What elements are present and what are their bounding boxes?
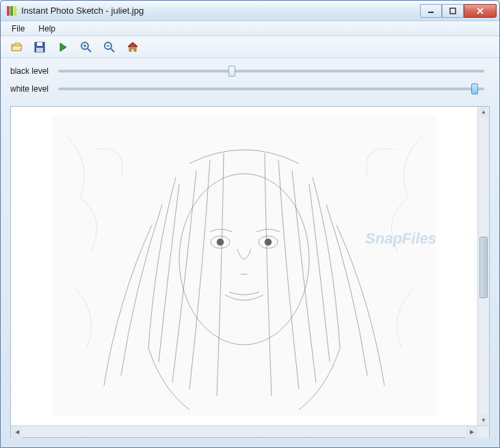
menubar: File Help	[1, 21, 499, 36]
save-button[interactable]	[32, 40, 47, 55]
content-area: SnapFiles ▲ ▼ ◀ ▶	[10, 106, 490, 438]
white-level-row: white level	[10, 80, 490, 98]
svg-rect-1	[10, 6, 13, 16]
zoom-in-button[interactable]	[79, 40, 94, 55]
vertical-scrollbar[interactable]: ▲ ▼	[477, 107, 489, 425]
titlebar[interactable]: Instant Photo Sketch - juliet.jpg	[1, 1, 499, 21]
slider-panel: black level white level	[1, 58, 499, 99]
horizontal-scroll-track[interactable]	[23, 426, 466, 437]
black-level-label: black level	[10, 66, 53, 76]
menu-help[interactable]: Help	[33, 23, 61, 35]
vertical-scroll-thumb[interactable]	[479, 237, 488, 298]
scroll-down-arrow[interactable]: ▼	[479, 415, 488, 425]
white-level-thumb[interactable]	[471, 83, 478, 94]
app-icon	[6, 5, 17, 16]
black-level-slider[interactable]	[58, 70, 484, 73]
home-button[interactable]	[125, 40, 140, 55]
svg-line-15	[111, 49, 114, 52]
image-canvas[interactable]: SnapFiles	[11, 107, 477, 425]
minimize-button[interactable]	[420, 4, 442, 18]
svg-line-11	[88, 49, 91, 52]
scroll-left-arrow[interactable]: ◀	[11, 426, 23, 438]
canvas-wrap: SnapFiles ▲ ▼	[11, 107, 489, 425]
svg-rect-0	[7, 6, 10, 16]
toolbar	[1, 36, 499, 58]
zoom-out-icon	[103, 41, 116, 53]
svg-rect-17	[53, 116, 436, 417]
play-icon	[57, 41, 69, 53]
run-button[interactable]	[55, 40, 70, 55]
svg-rect-8	[37, 42, 42, 46]
black-level-thumb[interactable]	[228, 66, 235, 77]
white-level-label: white level	[10, 84, 53, 94]
white-level-slider[interactable]	[58, 88, 484, 90]
svg-point-21	[217, 239, 224, 246]
horizontal-scrollbar[interactable]: ◀ ▶	[11, 425, 489, 437]
svg-rect-2	[14, 6, 16, 16]
application-window: Instant Photo Sketch - juliet.jpg File H…	[0, 0, 500, 448]
zoom-out-button[interactable]	[102, 40, 117, 55]
black-level-row: black level	[10, 62, 490, 80]
svg-point-22	[265, 239, 272, 246]
scroll-right-arrow[interactable]: ▶	[466, 426, 477, 438]
open-button[interactable]	[9, 40, 24, 55]
close-button[interactable]	[464, 4, 497, 18]
sketch-content	[53, 116, 436, 417]
svg-rect-9	[36, 48, 43, 52]
menu-file[interactable]: File	[6, 23, 30, 35]
sketch-image	[53, 116, 436, 417]
svg-rect-4	[450, 8, 456, 14]
home-icon	[127, 41, 139, 53]
window-title: Instant Photo Sketch - juliet.jpg	[21, 5, 420, 16]
save-floppy-icon	[34, 41, 46, 53]
maximize-button[interactable]	[442, 4, 464, 18]
scroll-corner	[477, 426, 489, 438]
window-controls	[420, 4, 497, 18]
zoom-in-icon	[80, 41, 92, 53]
scroll-up-arrow[interactable]: ▲	[479, 107, 488, 117]
open-folder-icon	[10, 41, 23, 53]
